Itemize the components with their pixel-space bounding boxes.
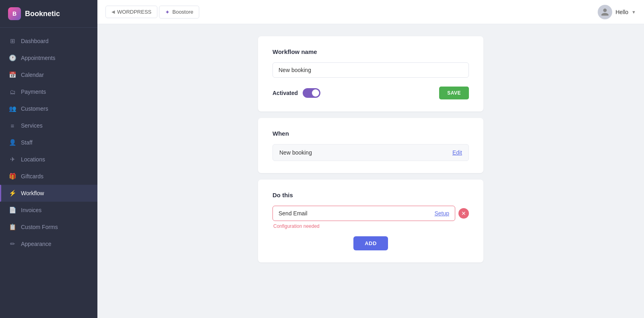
remove-action-button[interactable]: ✕ xyxy=(458,208,469,219)
sidebar-item-giftcards[interactable]: 🎁 Giftcards xyxy=(0,168,97,185)
sidebar-label-invoices: Invoices xyxy=(21,207,41,213)
logo-text: Booknetic xyxy=(25,10,60,18)
sidebar-item-staff[interactable]: 👤 Staff xyxy=(0,134,97,151)
calendar-icon: 📅 xyxy=(9,71,16,78)
services-icon: ≡ xyxy=(9,122,16,129)
sidebar-item-customers[interactable]: 👥 Customers xyxy=(0,100,97,117)
sidebar-label-locations: Locations xyxy=(21,156,45,163)
sidebar-label-customers: Customers xyxy=(21,105,48,112)
setup-link[interactable]: Setup xyxy=(434,210,449,217)
sidebar-item-services[interactable]: ≡ Services xyxy=(0,117,97,134)
workflow-icon: ⚡ xyxy=(9,190,16,197)
do-this-card: Do this Send Email Setup ✕ Configuration… xyxy=(258,180,483,262)
wordpress-button[interactable]: ◀ WORDPRESS xyxy=(105,6,157,18)
boostore-button[interactable]: ✦ Boostore xyxy=(159,6,199,19)
action-row: Send Email Setup ✕ xyxy=(272,206,469,221)
sidebar-item-dashboard[interactable]: ⊞ Dashboard xyxy=(0,33,97,50)
when-row: New booking Edit xyxy=(272,144,469,161)
sidebar-item-workflow[interactable]: ⚡ Workflow xyxy=(0,185,97,202)
when-label: When xyxy=(272,130,469,137)
sidebar-item-invoices[interactable]: 📄 Invoices xyxy=(0,202,97,219)
activated-left: Activated xyxy=(272,88,320,98)
sidebar-item-calendar[interactable]: 📅 Calendar xyxy=(0,66,97,83)
sidebar: B Booknetic ⊞ Dashboard 🕐 Appointments 📅… xyxy=(0,0,97,318)
sidebar-label-custom-forms: Custom Forms xyxy=(21,224,58,230)
user-name: Hello xyxy=(615,9,628,15)
sidebar-label-payments: Payments xyxy=(21,89,46,95)
locations-icon: ✈ xyxy=(9,156,16,163)
sidebar-label-workflow: Workflow xyxy=(21,190,44,196)
action-input-wrap: Send Email Setup xyxy=(272,206,455,221)
add-button[interactable]: ADD xyxy=(353,236,388,250)
sidebar-label-appearance: Appearance xyxy=(21,241,52,247)
giftcards-icon: 🎁 xyxy=(9,173,16,180)
sidebar-logo: B Booknetic xyxy=(0,0,97,28)
payments-icon: 🗂 xyxy=(9,88,16,95)
do-this-label: Do this xyxy=(272,192,469,198)
sidebar-label-appointments: Appointments xyxy=(21,55,56,61)
customers-icon: 👥 xyxy=(9,105,16,112)
logo-icon: B xyxy=(8,7,21,20)
activated-row: Activated SAVE xyxy=(272,87,469,99)
sidebar-item-payments[interactable]: 🗂 Payments xyxy=(0,83,97,100)
sidebar-item-appearance[interactable]: ✏ Appearance xyxy=(0,235,97,252)
avatar xyxy=(598,5,612,19)
back-arrow-icon: ◀ xyxy=(111,9,115,14)
when-value: New booking xyxy=(279,149,312,156)
boostore-icon: ✦ xyxy=(165,9,170,15)
custom-forms-icon: 📋 xyxy=(9,223,16,231)
sidebar-item-custom-forms[interactable]: 📋 Custom Forms xyxy=(0,219,97,235)
topbar: ◀ WORDPRESS ✦ Boostore Hello ▼ xyxy=(97,0,644,24)
action-value: Send Email xyxy=(279,210,308,217)
user-chevron-icon: ▼ xyxy=(632,10,636,14)
edit-link[interactable]: Edit xyxy=(452,149,462,156)
activated-toggle[interactable] xyxy=(303,88,320,98)
invoices-icon: 📄 xyxy=(9,206,16,214)
sidebar-item-appointments[interactable]: 🕐 Appointments xyxy=(0,50,97,66)
sidebar-nav: ⊞ Dashboard 🕐 Appointments 📅 Calendar 🗂 … xyxy=(0,28,97,318)
config-message: Configuration needed xyxy=(273,223,469,229)
appearance-icon: ✏ xyxy=(9,240,16,248)
workflow-name-input[interactable] xyxy=(272,62,469,78)
wordpress-label: WORDPRESS xyxy=(117,9,151,15)
dashboard-icon: ⊞ xyxy=(9,37,16,45)
sidebar-item-locations[interactable]: ✈ Locations xyxy=(0,151,97,168)
workflow-name-label: Workflow name xyxy=(272,48,469,55)
sidebar-label-calendar: Calendar xyxy=(21,72,44,78)
content-area: Workflow name Activated SAVE When New bo… xyxy=(97,24,644,318)
user-menu[interactable]: Hello ▼ xyxy=(598,5,636,19)
save-button[interactable]: SAVE xyxy=(439,87,469,99)
activated-label: Activated xyxy=(272,90,298,96)
when-card: When New booking Edit xyxy=(258,118,483,173)
appointments-icon: 🕐 xyxy=(9,54,16,62)
sidebar-label-giftcards: Giftcards xyxy=(21,173,43,180)
remove-icon: ✕ xyxy=(461,210,466,217)
topbar-left: ◀ WORDPRESS ✦ Boostore xyxy=(105,6,199,19)
staff-icon: 👤 xyxy=(9,139,16,146)
workflow-name-card: Workflow name Activated SAVE xyxy=(258,36,483,112)
main-area: ◀ WORDPRESS ✦ Boostore Hello ▼ Workflow … xyxy=(97,0,644,318)
boostore-label: Boostore xyxy=(172,9,193,15)
sidebar-label-staff: Staff xyxy=(21,139,33,146)
sidebar-label-services: Services xyxy=(21,122,43,129)
sidebar-label-dashboard: Dashboard xyxy=(21,38,49,44)
